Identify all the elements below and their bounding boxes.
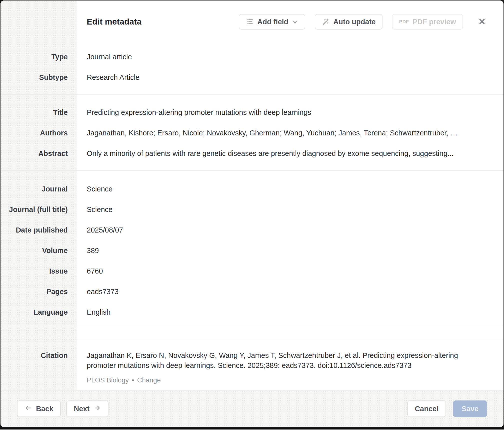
field-row-journal-full-title: Journal (full title) Science bbox=[0, 199, 504, 220]
next-button[interactable]: Next bbox=[66, 400, 108, 417]
empty-section bbox=[0, 325, 504, 339]
field-label-pages: Pages bbox=[0, 288, 77, 296]
field-label-volume: Volume bbox=[0, 247, 77, 255]
field-label-authors: Authors bbox=[0, 129, 77, 137]
field-value-volume[interactable]: 389 bbox=[77, 247, 504, 255]
change-citation-style-link[interactable]: Change bbox=[137, 376, 161, 384]
citation-body: Jaganathan K, Ersaro N, Novakovsky G, Wa… bbox=[77, 350, 504, 384]
pdf-icon: PDF bbox=[399, 19, 409, 25]
cancel-button[interactable]: Cancel bbox=[407, 400, 446, 417]
back-button[interactable]: Back bbox=[17, 400, 61, 417]
section-citation: Citation Jaganathan K, Ersaro N, Novakov… bbox=[0, 339, 504, 390]
pdf-preview-label: PDF preview bbox=[412, 18, 456, 26]
field-label-journal: Journal bbox=[0, 185, 77, 193]
save-label: Save bbox=[462, 405, 478, 413]
citation-style-name: PLOS Biology bbox=[87, 376, 129, 384]
edit-metadata-dialog: Edit metadata Add field bbox=[0, 1, 504, 427]
arrow-left-icon bbox=[24, 404, 32, 413]
citation-text[interactable]: Jaganathan K, Ersaro N, Novakovsky G, Wa… bbox=[87, 350, 469, 370]
section-journal-details: Journal Science Journal (full title) Sci… bbox=[0, 171, 504, 325]
field-row-volume: Volume 389 bbox=[0, 240, 504, 261]
field-value-journal-full-title[interactable]: Science bbox=[77, 205, 504, 214]
close-button[interactable] bbox=[476, 16, 488, 27]
dialog-header: Edit metadata Add field bbox=[0, 1, 504, 43]
field-row-issue: Issue 6760 bbox=[0, 261, 504, 281]
add-field-label: Add field bbox=[257, 18, 288, 26]
field-row-journal: Journal Science bbox=[0, 179, 504, 199]
field-value-title[interactable]: Predicting expression-altering promoter … bbox=[77, 108, 504, 117]
back-label: Back bbox=[36, 405, 53, 413]
field-value-issue[interactable]: 6760 bbox=[77, 267, 504, 275]
field-label-title: Title bbox=[0, 108, 77, 117]
close-icon bbox=[478, 17, 486, 27]
citation-meta-separator: • bbox=[132, 376, 134, 384]
field-row-title: Title Predicting expression-altering pro… bbox=[0, 102, 504, 123]
list-icon bbox=[246, 18, 254, 26]
field-label-journal-full-title: Journal (full title) bbox=[0, 205, 77, 214]
auto-update-button[interactable]: Auto update bbox=[315, 14, 382, 30]
page-title: Edit metadata bbox=[87, 17, 229, 27]
field-label-date-published: Date published bbox=[0, 226, 77, 234]
field-value-date-published[interactable]: 2025/08/07 bbox=[77, 226, 504, 234]
magic-wand-icon bbox=[322, 18, 330, 26]
field-row-pages: Pages eads7373 bbox=[0, 281, 504, 302]
field-value-journal[interactable]: Science bbox=[77, 185, 504, 193]
field-row-authors: Authors Jaganathan, Kishore; Ersaro, Nic… bbox=[0, 123, 504, 143]
field-value-authors[interactable]: Jaganathan, Kishore; Ersaro, Nicole; Nov… bbox=[77, 129, 504, 137]
citation-meta: PLOS Biology • Change bbox=[87, 376, 504, 384]
dialog-inner: Edit metadata Add field bbox=[0, 1, 504, 390]
field-value-subtype[interactable]: Research Article bbox=[77, 73, 504, 82]
arrow-right-icon bbox=[94, 404, 101, 413]
field-label-citation: Citation bbox=[0, 350, 77, 360]
pdf-preview-button[interactable]: PDF PDF preview bbox=[392, 14, 463, 30]
cancel-label: Cancel bbox=[415, 405, 438, 413]
field-value-pages[interactable]: eads7373 bbox=[77, 288, 504, 296]
section-type: Type Journal article Subtype Research Ar… bbox=[0, 43, 504, 94]
window-bottom-edge bbox=[0, 429, 504, 430]
field-row-language: Language English bbox=[0, 302, 504, 322]
field-row-date-published: Date published 2025/08/07 bbox=[0, 220, 504, 240]
dialog-footer: Back Next Cancel Save bbox=[0, 390, 504, 427]
field-value-language[interactable]: English bbox=[77, 308, 504, 316]
field-label-abstract: Abstract bbox=[0, 149, 77, 158]
field-row-type: Type Journal article bbox=[0, 47, 504, 67]
save-button[interactable]: Save bbox=[453, 400, 487, 417]
auto-update-label: Auto update bbox=[333, 18, 376, 26]
field-value-type[interactable]: Journal article bbox=[77, 53, 504, 61]
next-label: Next bbox=[74, 405, 90, 413]
field-label-subtype: Subtype bbox=[0, 73, 77, 82]
field-label-language: Language bbox=[0, 308, 77, 316]
section-title-authors: Title Predicting expression-altering pro… bbox=[0, 95, 504, 170]
field-label-issue: Issue bbox=[0, 267, 77, 275]
field-row-subtype: Subtype Research Article bbox=[0, 67, 504, 88]
field-row-abstract: Abstract Only a minority of patients wit… bbox=[0, 143, 504, 164]
add-field-button[interactable]: Add field bbox=[239, 14, 305, 30]
chevron-down-icon bbox=[292, 19, 298, 25]
field-value-abstract[interactable]: Only a minority of patients with rare ge… bbox=[77, 149, 504, 158]
field-label-type: Type bbox=[0, 53, 77, 61]
dialog-content: Edit metadata Add field bbox=[0, 1, 504, 390]
